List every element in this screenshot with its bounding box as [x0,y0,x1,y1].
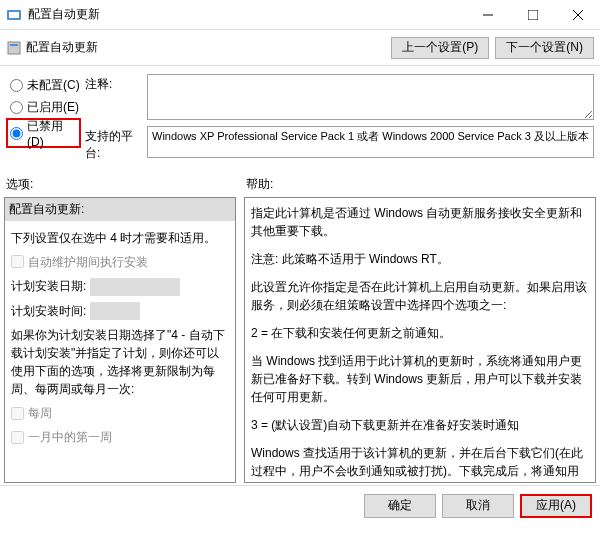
close-button[interactable] [555,0,600,30]
svg-rect-7 [10,44,18,46]
options-header: 选项: [0,176,240,193]
help-p1: 指定此计算机是否通过 Windows 自动更新服务接收安全更新和其他重要下载。 [251,204,589,240]
window-title: 配置自动更新 [28,6,465,23]
svg-rect-1 [9,12,19,18]
minimize-button[interactable] [465,0,510,30]
install-time-row: 计划安装时间: [11,302,229,321]
svg-rect-3 [528,10,538,20]
supported-platform-text: Windows XP Professional Service Pack 1 或… [147,126,594,158]
titlebar: 配置自动更新 [0,0,600,30]
help-header: 帮助: [240,176,600,193]
help-p2: 注意: 此策略不适用于 Windows RT。 [251,250,589,268]
options-text-1: 下列设置仅在选中 4 时才需要和适用。 [11,229,229,247]
next-setting-button[interactable]: 下一个设置(N) [495,37,594,59]
help-p3: 此设置允许你指定是否在此计算机上启用自动更新。如果启用该服务，则必须在组策略设置… [251,278,589,314]
check-auto-maintenance[interactable]: 自动维护期间执行安装 [11,253,229,271]
cancel-button[interactable]: 取消 [442,494,514,518]
help-pane: 指定此计算机是否通过 Windows 自动更新服务接收安全更新和其他重要下载。 … [244,197,596,483]
comment-label: 注释: [85,74,147,120]
check-first-week[interactable]: 一月中的第一周 [11,428,229,446]
ok-button[interactable]: 确定 [364,494,436,518]
svg-rect-6 [8,42,20,54]
radio-disabled[interactable]: 已禁用(D) [10,122,77,144]
app-icon [6,7,22,23]
options-pane: 配置自动更新: 下列设置仅在选中 4 时才需要和适用。 自动维护期间执行安装 计… [4,197,236,483]
policy-icon [6,40,22,56]
options-title: 配置自动更新: [5,198,235,221]
help-p4: 2 = 在下载和安装任何更新之前通知。 [251,324,589,342]
options-text-2: 如果你为计划安装日期选择了"4 - 自动下载计划安装"并指定了计划，则你还可以使… [11,326,229,398]
check-weekly[interactable]: 每周 [11,404,229,422]
upper-panel: 未配置(C) 已启用(E) 已禁用(D) 注释: 支持的平台: Windows … [0,66,600,172]
help-p7: Windows 查找适用于该计算机的更新，并在后台下载它们(在此过程中，用户不会… [251,444,589,483]
radio-enabled[interactable]: 已启用(E) [10,96,81,118]
subheader: 配置自动更新 上一个设置(P) 下一个设置(N) [0,30,600,66]
disabled-highlight: 已禁用(D) [6,118,81,148]
radio-not-configured[interactable]: 未配置(C) [10,74,81,96]
previous-setting-button[interactable]: 上一个设置(P) [391,37,489,59]
footer: 确定 取消 应用(A) [0,485,600,525]
apply-button[interactable]: 应用(A) [520,494,592,518]
maximize-button[interactable] [510,0,555,30]
help-p6: 3 = (默认设置)自动下载更新并在准备好安装时通知 [251,416,589,434]
comment-input[interactable] [147,74,594,120]
platform-label: 支持的平台: [85,126,147,162]
lower-headers: 选项: 帮助: [0,172,600,195]
policy-title: 配置自动更新 [22,39,385,56]
help-p5: 当 Windows 找到适用于此计算机的更新时，系统将通知用户更新已准备好下载。… [251,352,589,406]
lower-panel: 配置自动更新: 下列设置仅在选中 4 时才需要和适用。 自动维护期间执行安装 计… [0,195,600,485]
state-radios: 未配置(C) 已启用(E) 已禁用(D) [0,66,85,172]
install-day-row: 计划安装日期: [11,277,229,296]
